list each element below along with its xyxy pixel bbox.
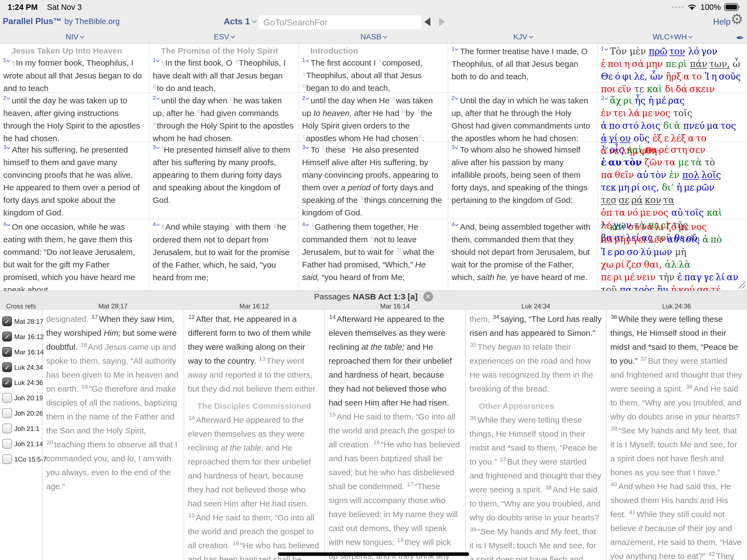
checkbox-checked-icon[interactable]: ✓ xyxy=(2,378,12,387)
footnote-marker[interactable]: 1 xyxy=(322,145,325,151)
footnote-marker[interactable]: a xyxy=(349,145,352,151)
verse-number[interactable]: 3 xyxy=(601,144,608,150)
verse-number[interactable]: 1 xyxy=(302,57,308,63)
version-header-wlc-wh[interactable]: WLC+WH xyxy=(598,31,747,43)
verse-number[interactable]: 15 xyxy=(188,512,195,518)
verse-number[interactable]: 18 xyxy=(397,537,403,543)
greek-word[interactable]: ἡμέρας xyxy=(648,95,685,106)
footnote-marker[interactable]: 1 xyxy=(311,222,314,228)
footnote-marker[interactable]: 1 xyxy=(417,108,420,114)
verse-number[interactable]: 37 xyxy=(640,355,647,362)
checkbox-checked-icon[interactable]: ✓ xyxy=(2,332,12,341)
verse-number[interactable]: 36 xyxy=(470,414,476,421)
verse-wlc-wh-1[interactable]: 1Τὸν μὲν πρῶτον λόγον ἐποιησάμην περὶ πά… xyxy=(601,45,743,96)
verse-esv-1[interactable]: 1¶In the first book, O aTheophilus, I ha… xyxy=(153,57,294,95)
verse-number[interactable]: 17 xyxy=(407,481,413,487)
verse-number[interactable]: 3 xyxy=(302,144,308,150)
footnote-marker[interactable]: c xyxy=(303,133,305,139)
version-header-niv[interactable]: NIV xyxy=(0,31,149,43)
greek-word[interactable]: ἀποστόλοις xyxy=(601,120,661,131)
verse-number[interactable]: 35 xyxy=(470,341,476,348)
footnote-marker[interactable]: d xyxy=(419,133,422,139)
verse-esv-2[interactable]: 2until the day when che was taken up, af… xyxy=(153,94,294,145)
greek-word[interactable]: ἠκούσατέ xyxy=(671,284,721,291)
forward-button[interactable] xyxy=(439,18,445,26)
footnote-marker[interactable]: b xyxy=(153,83,156,89)
greek-word[interactable]: πρῶτον xyxy=(649,46,685,57)
footnote-marker[interactable]: d xyxy=(197,108,200,114)
verse-number[interactable]: 2 xyxy=(153,95,159,101)
crossref-item[interactable]: ✓Mat 28:17 xyxy=(2,314,42,329)
greek-word[interactable]: οὓς xyxy=(634,133,649,144)
verse-number[interactable]: 42 xyxy=(709,551,715,557)
greek-word[interactable]: καὶ xyxy=(627,144,642,155)
greek-word[interactable]: ἁγίου xyxy=(601,133,631,144)
greek-word[interactable]: ἄχρι xyxy=(610,95,632,106)
greek-word[interactable]: πατρὸς xyxy=(620,284,654,291)
greek-word[interactable]: τεσσεράκοντα xyxy=(601,195,674,205)
verse-number[interactable]: 41 xyxy=(629,509,636,515)
greek-word[interactable]: λόγον xyxy=(688,46,717,57)
verse-number[interactable]: 37 xyxy=(499,456,506,463)
checkbox-checked-icon[interactable]: ✓ xyxy=(2,347,12,357)
greek-word[interactable]: ἐπαγγελίαν xyxy=(677,272,738,282)
verse-kjv-3[interactable]: 3To whom also he showed himself alive af… xyxy=(452,144,593,206)
home-indicator[interactable] xyxy=(278,552,469,556)
greek-word[interactable]: ὀπτανόμενος xyxy=(601,207,669,218)
greek-word[interactable]: μὲν xyxy=(630,46,646,57)
verse-kjv-2[interactable]: 2Until the day in which he was taken up,… xyxy=(452,94,593,145)
crossref-item[interactable]: Joh 21:1 xyxy=(2,421,42,436)
verse-number[interactable]: 1 xyxy=(153,57,159,63)
footnote-marker[interactable]: c xyxy=(230,96,233,101)
verse-nasb-2[interactable]: 2until the day when He awas taken up to … xyxy=(302,94,443,145)
greek-word[interactable]: διὰ xyxy=(663,120,680,131)
greek-word[interactable]: καὶ xyxy=(647,84,662,94)
verse-esv-4[interactable]: 4¶And while staying1 with them ghe order… xyxy=(153,221,294,284)
crossref-item[interactable]: 1Co 15:5-7 xyxy=(2,452,42,467)
verse-niv-2[interactable]: 2until the day he was taken up to heaven… xyxy=(3,94,145,145)
greek-word[interactable]: μετὰ xyxy=(678,157,702,168)
crossref-item[interactable]: Joh 21:14 xyxy=(2,436,42,452)
crossref-item[interactable]: ✓Mar 16:14 xyxy=(2,344,42,360)
greek-word[interactable]: ὧν xyxy=(650,71,663,82)
footnote-marker[interactable]: f xyxy=(162,145,163,151)
passage-selector[interactable]: Acts 1 xyxy=(224,17,256,27)
verse-number[interactable]: 1 xyxy=(452,46,458,52)
verse-number[interactable]: 4 xyxy=(153,221,159,227)
verse-number[interactable]: 36 xyxy=(611,314,617,320)
crossref-item[interactable]: ✓Luk 24:34 xyxy=(2,360,42,375)
greek-word[interactable]: τεκμηρίοις, xyxy=(601,182,659,193)
greek-word[interactable]: Θεόφιλε, xyxy=(601,71,647,82)
verse-number[interactable]: 14 xyxy=(188,414,195,421)
verse-nasb-4[interactable]: 41Gathering them together, He commanded … xyxy=(302,221,443,284)
footnote-marker[interactable]: a xyxy=(303,70,306,76)
greek-word[interactable]: τοῖς xyxy=(673,108,692,119)
verse-number[interactable]: 2 xyxy=(452,95,458,101)
verse-esv-3[interactable]: 3fHe presented himself alive to them aft… xyxy=(153,144,294,206)
notes-pen-icon[interactable]: ✒ xyxy=(736,32,744,44)
crossref-item[interactable]: ✓Luk 24:36 xyxy=(2,375,42,390)
greek-word[interactable]: συναλιζόμενος xyxy=(628,222,707,232)
verse-number[interactable]: 18 xyxy=(80,341,87,348)
greek-word[interactable]: οἷς xyxy=(610,144,624,155)
verse-number[interactable]: 39 xyxy=(470,526,476,532)
verse-number[interactable]: 20 xyxy=(47,439,53,446)
greek-word[interactable]: αὐτοῖς xyxy=(667,234,700,245)
greek-word[interactable]: Τὸν xyxy=(610,46,627,57)
greek-word[interactable]: δι’ xyxy=(662,182,673,193)
checkbox-unchecked-icon[interactable] xyxy=(2,424,12,433)
verse-niv-1[interactable]: 1¶In my former book, Theophilus, I wrote… xyxy=(3,57,145,95)
verse-niv-3[interactable]: 3After his suffering, he presented himse… xyxy=(3,144,145,219)
verse-number[interactable]: 14 xyxy=(329,314,335,320)
checkbox-checked-icon[interactable]: ✓ xyxy=(2,316,12,326)
crossref-item[interactable]: Joh 20:19 xyxy=(2,390,42,406)
checkbox-unchecked-icon[interactable] xyxy=(2,454,12,464)
verse-nasb-1[interactable]: 1The first account I 1composed, aTheophi… xyxy=(302,57,443,94)
footnote-marker[interactable]: 1 xyxy=(230,222,233,228)
checkbox-unchecked-icon[interactable] xyxy=(2,439,12,449)
greek-word[interactable]: τε xyxy=(634,84,644,94)
verse-number[interactable]: 3 xyxy=(3,144,9,150)
greek-word[interactable]: πνεύματος xyxy=(683,120,736,131)
version-header-kjv[interactable]: KJV xyxy=(448,31,597,43)
greek-word[interactable]: ὦ xyxy=(733,58,740,69)
